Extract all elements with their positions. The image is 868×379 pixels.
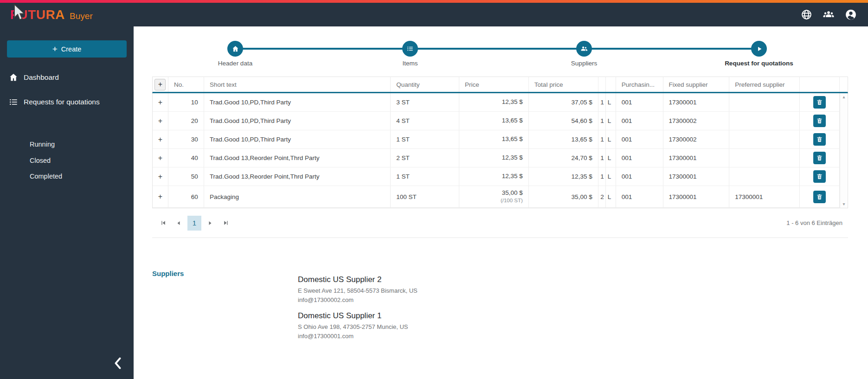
step-items-circle[interactable]	[402, 41, 418, 57]
row-preferred-supplier	[729, 167, 800, 186]
row-preferred-supplier	[729, 149, 800, 167]
expand-row-button[interactable]: +	[153, 130, 168, 148]
expand-row-button[interactable]: +	[153, 112, 168, 130]
scroll-up-icon[interactable]: ▲	[842, 95, 846, 99]
column-header-purchasing[interactable]: Purchasin...	[616, 77, 663, 92]
sidebar-item-label: Requests for quotations	[24, 98, 100, 106]
sidebar-subnav: RunningClosedCompleted	[0, 136, 134, 185]
expand-row-button[interactable]: +	[153, 167, 168, 186]
delete-row-button[interactable]	[813, 191, 826, 203]
row-qty2: 1	[598, 149, 606, 167]
delete-row-button[interactable]	[813, 152, 826, 164]
column-header-total-price[interactable]: Total price	[529, 77, 598, 92]
row-short-text: Trad.Good 10,PD,Third Party	[204, 112, 391, 130]
sidebar-subitem-completed[interactable]: Completed	[0, 168, 134, 185]
item-row-30[interactable]: +30Trad.Good 10,PD,Third Party1 ST13,65 …	[153, 130, 848, 149]
item-row-50[interactable]: +50Trad.Good 13,Reorder Point,Thrd Party…	[153, 167, 848, 186]
brand-name: FUTURA	[10, 7, 65, 22]
column-header-short-text[interactable]: Short text	[204, 77, 391, 92]
delete-row-button[interactable]	[813, 115, 826, 127]
row-purchasing-group: 001	[616, 93, 663, 111]
create-button[interactable]: + Create	[7, 40, 127, 58]
row-no: 30	[168, 130, 204, 148]
row-actions	[800, 149, 840, 167]
row-quantity: 2 ST	[391, 149, 459, 167]
item-row-60[interactable]: +60Packaging100 ST35,00 $(/100 ST)35,00 …	[153, 186, 848, 208]
row-purchasing-group: 001	[616, 130, 663, 148]
step-label: Header data	[189, 60, 282, 67]
plus-icon: +	[158, 135, 162, 144]
account-icon[interactable]	[845, 9, 857, 21]
people-icon	[580, 45, 588, 53]
expand-row-button[interactable]: +	[153, 93, 168, 111]
column-header-blank-1	[598, 77, 606, 92]
row-qty2: 1	[598, 93, 606, 111]
next-page-icon	[207, 220, 213, 226]
sidebar-subitem-closed[interactable]: Closed	[0, 153, 134, 169]
expand-row-button[interactable]: +	[153, 149, 168, 167]
row-fixed-supplier: 17300002	[663, 130, 730, 148]
price-value: 13,65 $	[502, 117, 523, 125]
pagination-prev-button[interactable]	[172, 216, 186, 230]
row-purchasing-group: 001	[616, 186, 663, 207]
step-suppliers-circle[interactable]	[576, 41, 592, 57]
sidebar-collapse-button[interactable]	[109, 355, 126, 372]
item-row-10[interactable]: +10Trad.Good 10,PD,Third Party3 ST12,35 …	[153, 93, 848, 112]
column-header-no[interactable]: No.	[168, 77, 204, 92]
scrollbar-header-spacer	[840, 77, 848, 92]
sidebar-item-requests-for-quotations[interactable]: Requests for quotations	[0, 92, 134, 112]
pagination-last-button[interactable]	[219, 216, 233, 230]
prev-page-icon	[176, 220, 181, 226]
column-header-preferred-supplier[interactable]: Preferred supplier	[729, 77, 800, 92]
price-value: 35,00 $	[501, 189, 523, 197]
brand-logo[interactable]: FUTURA Buyer	[10, 7, 93, 22]
step-label: Items	[364, 60, 457, 67]
row-fixed-supplier: 17300001	[663, 186, 730, 207]
item-row-40[interactable]: +40Trad.Good 13,Reorder Point,Thrd Party…	[153, 149, 848, 167]
scroll-down-icon[interactable]: ▼	[842, 202, 846, 206]
column-header-fixed-supplier[interactable]: Fixed supplier	[663, 77, 730, 92]
row-short-text: Trad.Good 10,PD,Third Party	[204, 130, 391, 148]
brand-product: Buyer	[70, 11, 93, 21]
globe-icon[interactable]	[800, 9, 812, 21]
row-actions	[800, 112, 840, 130]
delete-row-button[interactable]	[813, 133, 826, 146]
row-short-text: Trad.Good 10,PD,Third Party	[204, 93, 391, 111]
item-row-20[interactable]: +20Trad.Good 10,PD,Third Party4 ST13,65 …	[153, 112, 848, 130]
row-price: 35,00 $(/100 ST)	[459, 186, 529, 207]
pagination-first-button[interactable]	[156, 216, 170, 230]
trash-icon	[816, 136, 823, 143]
delete-row-button[interactable]	[813, 170, 826, 183]
people-group-icon[interactable]	[823, 9, 835, 21]
supplier-item: Domestic US Supplier 2E Sweet Ave 121, 5…	[298, 275, 418, 305]
price-value: 12,35 $	[502, 98, 523, 106]
step-label: Suppliers	[538, 60, 630, 67]
row-total-price: 13,65 $	[529, 130, 598, 148]
step-header-data-circle[interactable]	[227, 41, 243, 57]
row-quantity: 4 ST	[391, 112, 459, 130]
price-value: 13,65 $	[502, 135, 523, 143]
sidebar-subitem-running[interactable]: Running	[0, 136, 134, 153]
add-item-button[interactable]: +	[154, 79, 166, 90]
app-header: FUTURA Buyer	[0, 3, 868, 26]
expand-row-button[interactable]: +	[153, 186, 168, 207]
step-suppliers: Suppliers	[538, 41, 630, 67]
row-total-price: 54,60 $	[529, 112, 598, 130]
pagination-next-button[interactable]	[203, 216, 217, 230]
row-actions	[800, 130, 840, 148]
row-no: 40	[168, 149, 204, 167]
trash-icon	[816, 154, 823, 161]
delete-row-button[interactable]	[813, 96, 826, 109]
step-request-for-quotations-circle[interactable]	[751, 41, 767, 57]
row-purchasing-group: 001	[616, 112, 663, 130]
sidebar-item-dashboard[interactable]: Dashboard	[0, 67, 134, 88]
play-icon	[755, 45, 763, 53]
pagination-current-page[interactable]: 1	[187, 216, 201, 231]
column-header-actions	[800, 77, 840, 92]
column-header-price[interactable]: Price	[459, 77, 529, 92]
table-vertical-scrollbar[interactable]: ▲ ▼	[840, 93, 848, 208]
column-header-quantity[interactable]: Quantity	[391, 77, 459, 92]
paginator: 1 1 - 6 von 6 Einträgen	[152, 208, 848, 238]
trash-icon	[816, 173, 823, 180]
supplier-email: info@17300001.com	[298, 332, 418, 341]
